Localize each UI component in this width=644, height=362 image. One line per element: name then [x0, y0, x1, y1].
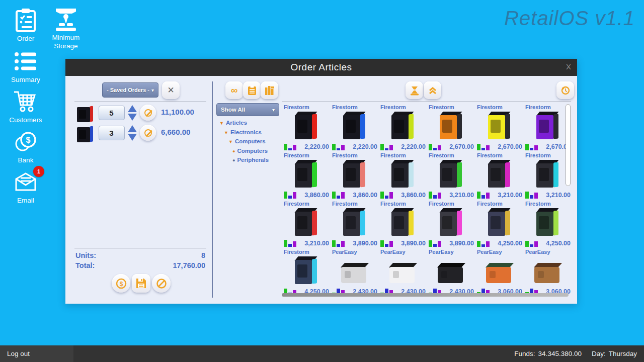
product-tile[interactable]: Firestorm 3,210.00: [427, 151, 475, 200]
product-tile[interactable]: Firestorm 2,670.00: [427, 103, 475, 151]
remove-item-button[interactable]: [140, 105, 156, 121]
show-all-dropdown[interactable]: Show All ▾: [216, 103, 279, 116]
product-tile[interactable]: PearEasy 3,060.00: [524, 248, 572, 296]
quantity-input[interactable]: 5: [99, 106, 125, 120]
product-name: PearEasy: [525, 249, 550, 255]
tree-item[interactable]: ●Peripherals: [217, 156, 280, 165]
sidebar-item-summary[interactable]: Summary: [5, 48, 46, 84]
product-image: [389, 158, 416, 190]
tree-item-label: Articles: [226, 120, 247, 126]
product-price: 4,250.00: [546, 240, 571, 247]
product-name: PearEasy: [477, 249, 502, 255]
stock-mini-chart: [525, 144, 538, 150]
app-logo: RetailOS v1.1: [504, 7, 635, 30]
product-tile[interactable]: Firestorm 3,890.00: [427, 200, 475, 248]
sidebar-item-bank[interactable]: $ Bank: [7, 129, 44, 165]
product-image: [341, 110, 368, 141]
quantity-input[interactable]: 3: [99, 126, 125, 140]
clear-order-button[interactable]: ✕: [162, 81, 180, 99]
quantity-stepper[interactable]: [128, 105, 137, 121]
sidebar-label-customers: Customers: [3, 116, 48, 125]
product-tile[interactable]: Firestorm 3,210.00: [475, 151, 524, 200]
stepper-up-icon: [128, 105, 137, 112]
product-tile[interactable]: Firestorm 2,220.00: [331, 103, 379, 151]
saved-orders-label: - Saved Orders -: [107, 87, 149, 93]
tree-item[interactable]: ▼Electronics: [217, 128, 280, 138]
close-icon[interactable]: X: [566, 62, 571, 71]
product-tile[interactable]: Firestorm 3,890.00: [331, 200, 379, 248]
quantity-stepper[interactable]: [128, 125, 137, 141]
tree-bullet-icon: ●: [232, 158, 235, 163]
product-price: 3,890.00: [353, 240, 377, 247]
product-name: Firestorm: [284, 104, 309, 110]
product-tile[interactable]: Firestorm 4,250.00: [282, 248, 331, 296]
save-order-button[interactable]: [132, 274, 150, 293]
logout-button[interactable]: Log out: [0, 345, 73, 362]
tree-item[interactable]: ▼Articles: [217, 119, 280, 128]
sidebar-item-customers[interactable]: Customers: [3, 88, 48, 125]
sidebar-item-order[interactable]: Order: [7, 7, 44, 43]
tree-item[interactable]: ●Computers: [217, 147, 280, 156]
product-tile[interactable]: Firestorm 3,860.00: [282, 151, 331, 200]
vertical-scrollbar[interactable]: [566, 104, 571, 186]
product-image: [292, 207, 319, 238]
product-tile[interactable]: Firestorm 2,670.00: [475, 103, 524, 151]
product-tile[interactable]: PearEasy 2,430.00: [379, 248, 427, 296]
prohibition-icon: [144, 129, 152, 137]
stock-mini-chart: [477, 144, 490, 150]
product-tile[interactable]: PearEasy 2,430.00: [427, 248, 475, 296]
product-tile[interactable]: PearEasy 3,060.00: [475, 248, 524, 296]
product-tile[interactable]: PearEasy 2,430.00: [331, 248, 379, 296]
product-tile[interactable]: Firestorm 3,860.00: [331, 151, 379, 200]
filter-list-button[interactable]: [243, 81, 261, 99]
remove-item-button[interactable]: [140, 125, 156, 141]
product-tile[interactable]: Firestorm 2,220.00: [379, 103, 427, 151]
filter-stats-button[interactable]: [261, 81, 278, 99]
product-name: PearEasy: [429, 249, 454, 255]
product-price: 3,210.00: [449, 192, 474, 199]
product-price: 3,890.00: [401, 240, 426, 247]
order-row: 5 11,100.00: [74, 104, 205, 123]
product-tile[interactable]: Firestorm 2,220.00: [282, 103, 331, 151]
sidebar-item-email[interactable]: 1 Email: [6, 169, 45, 205]
window-titlebar[interactable]: Order Articles: [65, 59, 577, 76]
product-name: Firestorm: [332, 152, 358, 158]
sidebar-item-minimum-storage[interactable]: Minimum Storage: [45, 6, 87, 51]
product-name: Firestorm: [332, 201, 358, 207]
chevron-down-icon: ▾: [272, 107, 275, 113]
product-image: [389, 207, 416, 238]
stock-mini-chart: [429, 144, 441, 150]
product-name: Firestorm: [477, 104, 503, 110]
bar-chart-icon: [265, 85, 275, 96]
product-name: Firestorm: [477, 201, 503, 207]
stepper-down-icon: [128, 134, 137, 141]
product-tile[interactable]: Firestorm 3,890.00: [379, 200, 427, 248]
product-name: Firestorm: [380, 201, 406, 207]
stock-mini-chart: [477, 241, 490, 247]
product-tile[interactable]: Firestorm 2,670.00: [524, 103, 572, 151]
product-tile[interactable]: Firestorm 4,250.00: [524, 200, 572, 248]
horizontal-scrollbar[interactable]: [282, 293, 569, 297]
order-history-button[interactable]: [556, 81, 574, 99]
cancel-order-button[interactable]: [152, 274, 171, 293]
double-chevron-up-icon: [428, 86, 437, 95]
order-panel-divider-top: [74, 102, 206, 102]
saved-orders-dropdown[interactable]: - Saved Orders - ▾: [102, 82, 158, 98]
collapse-sort-button[interactable]: [424, 81, 441, 99]
floppy-save-icon: [136, 278, 146, 289]
tree-item[interactable]: ▼Computers: [217, 137, 280, 147]
product-image: [341, 255, 368, 286]
sort-price-button[interactable]: [406, 81, 423, 99]
product-tile[interactable]: Firestorm 3,210.00: [282, 200, 331, 248]
filter-all-button[interactable]: ∞: [225, 81, 243, 99]
product-image: [292, 110, 319, 141]
stock-mini-chart: [380, 240, 393, 247]
product-image: [534, 158, 561, 190]
product-price: 2,220.00: [401, 143, 426, 150]
panel-divider: [212, 81, 213, 298]
product-tile[interactable]: Firestorm 3,210.00: [524, 151, 572, 200]
product-tile[interactable]: Firestorm 3,860.00: [379, 151, 427, 200]
pay-order-button[interactable]: $: [112, 274, 130, 293]
product-name: Firestorm: [284, 201, 309, 207]
product-tile[interactable]: Firestorm 4,250.00: [475, 200, 524, 248]
